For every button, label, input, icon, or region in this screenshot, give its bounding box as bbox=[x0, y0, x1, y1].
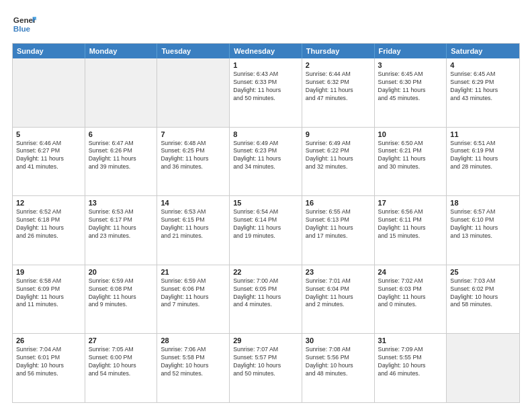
logo: General Blue bbox=[12, 12, 36, 36]
cell-info: Sunrise: 6:43 AM Sunset: 6:33 PM Dayligh… bbox=[233, 71, 298, 103]
weekday-header-friday: Friday bbox=[375, 44, 447, 58]
calendar-cell-5-3: 28Sunrise: 7:06 AM Sunset: 5:58 PM Dayli… bbox=[157, 334, 230, 402]
calendar-row-5: 26Sunrise: 7:04 AM Sunset: 6:01 PM Dayli… bbox=[13, 333, 519, 402]
day-number: 2 bbox=[306, 61, 371, 69]
calendar-cell-2-2: 6Sunrise: 6:47 AM Sunset: 6:26 PM Daylig… bbox=[85, 128, 158, 196]
cell-info: Sunrise: 7:04 AM Sunset: 6:01 PM Dayligh… bbox=[16, 346, 81, 378]
weekday-header-thursday: Thursday bbox=[302, 44, 375, 58]
calendar-cell-4-7: 25Sunrise: 7:03 AM Sunset: 6:02 PM Dayli… bbox=[447, 265, 519, 334]
day-number: 26 bbox=[16, 336, 81, 345]
day-number: 29 bbox=[233, 336, 298, 345]
header: General Blue bbox=[12, 12, 520, 36]
calendar-cell-2-4: 8Sunrise: 6:49 AM Sunset: 6:23 PM Daylig… bbox=[230, 128, 302, 196]
weekday-header-tuesday: Tuesday bbox=[157, 44, 230, 58]
cell-info: Sunrise: 7:09 AM Sunset: 5:55 PM Dayligh… bbox=[378, 346, 443, 378]
day-number: 16 bbox=[306, 199, 371, 207]
cell-info: Sunrise: 6:48 AM Sunset: 6:25 PM Dayligh… bbox=[161, 140, 226, 172]
calendar-cell-1-1 bbox=[13, 58, 85, 127]
calendar-row-4: 19Sunrise: 6:58 AM Sunset: 6:09 PM Dayli… bbox=[13, 265, 519, 334]
day-number: 19 bbox=[16, 268, 81, 276]
day-number: 14 bbox=[161, 199, 226, 207]
day-number: 17 bbox=[378, 199, 443, 207]
calendar-cell-1-5: 2Sunrise: 6:44 AM Sunset: 6:32 PM Daylig… bbox=[302, 58, 375, 127]
day-number: 15 bbox=[233, 199, 298, 207]
logo-icon: General Blue bbox=[12, 12, 36, 36]
calendar-cell-4-6: 24Sunrise: 7:02 AM Sunset: 6:03 PM Dayli… bbox=[375, 265, 447, 334]
calendar-cell-3-2: 13Sunrise: 6:53 AM Sunset: 6:17 PM Dayli… bbox=[85, 196, 158, 265]
calendar-cell-5-4: 29Sunrise: 7:07 AM Sunset: 5:57 PM Dayli… bbox=[230, 334, 302, 402]
cell-info: Sunrise: 7:05 AM Sunset: 6:00 PM Dayligh… bbox=[89, 346, 154, 378]
calendar-cell-5-7 bbox=[447, 334, 519, 402]
day-number: 11 bbox=[450, 130, 516, 138]
weekday-header-sunday: Sunday bbox=[13, 44, 85, 58]
svg-text:Blue: Blue bbox=[13, 24, 31, 33]
cell-info: Sunrise: 6:50 AM Sunset: 6:21 PM Dayligh… bbox=[378, 140, 443, 172]
cell-info: Sunrise: 6:46 AM Sunset: 6:27 PM Dayligh… bbox=[16, 140, 81, 172]
day-number: 27 bbox=[89, 336, 154, 345]
calendar-cell-1-3 bbox=[157, 58, 230, 127]
calendar-cell-3-7: 18Sunrise: 6:57 AM Sunset: 6:10 PM Dayli… bbox=[447, 196, 519, 265]
calendar-cell-3-1: 12Sunrise: 6:52 AM Sunset: 6:18 PM Dayli… bbox=[13, 196, 85, 265]
cell-info: Sunrise: 6:49 AM Sunset: 6:23 PM Dayligh… bbox=[233, 140, 298, 172]
day-number: 1 bbox=[233, 61, 298, 69]
cell-info: Sunrise: 6:47 AM Sunset: 6:26 PM Dayligh… bbox=[89, 140, 154, 172]
day-number: 22 bbox=[233, 268, 298, 276]
day-number: 8 bbox=[233, 130, 298, 138]
cell-info: Sunrise: 6:53 AM Sunset: 6:15 PM Dayligh… bbox=[161, 208, 226, 240]
page: General Blue SundayMondayTuesdayWednesda… bbox=[0, 0, 532, 411]
calendar-cell-3-4: 15Sunrise: 6:54 AM Sunset: 6:14 PM Dayli… bbox=[230, 196, 302, 265]
calendar-cell-2-6: 10Sunrise: 6:50 AM Sunset: 6:21 PM Dayli… bbox=[375, 128, 447, 196]
calendar-cell-1-7: 4Sunrise: 6:45 AM Sunset: 6:29 PM Daylig… bbox=[447, 58, 519, 127]
day-number: 18 bbox=[450, 199, 516, 207]
day-number: 31 bbox=[378, 336, 443, 345]
calendar-body: 1Sunrise: 6:43 AM Sunset: 6:33 PM Daylig… bbox=[13, 58, 519, 402]
cell-info: Sunrise: 6:53 AM Sunset: 6:17 PM Dayligh… bbox=[89, 208, 154, 240]
cell-info: Sunrise: 7:06 AM Sunset: 5:58 PM Dayligh… bbox=[161, 346, 226, 378]
day-number: 21 bbox=[161, 268, 226, 276]
weekday-header-wednesday: Wednesday bbox=[230, 44, 302, 58]
cell-info: Sunrise: 7:03 AM Sunset: 6:02 PM Dayligh… bbox=[450, 277, 516, 310]
calendar-row-2: 5Sunrise: 6:46 AM Sunset: 6:27 PM Daylig… bbox=[13, 127, 519, 196]
day-number: 5 bbox=[16, 130, 81, 138]
calendar-cell-5-5: 30Sunrise: 7:08 AM Sunset: 5:56 PM Dayli… bbox=[302, 334, 375, 402]
day-number: 10 bbox=[378, 130, 443, 138]
cell-info: Sunrise: 6:59 AM Sunset: 6:08 PM Dayligh… bbox=[89, 277, 154, 310]
calendar-cell-5-2: 27Sunrise: 7:05 AM Sunset: 6:00 PM Dayli… bbox=[85, 334, 158, 402]
day-number: 9 bbox=[306, 130, 371, 138]
calendar-cell-4-3: 21Sunrise: 6:59 AM Sunset: 6:06 PM Dayli… bbox=[157, 265, 230, 334]
calendar-cell-3-3: 14Sunrise: 6:53 AM Sunset: 6:15 PM Dayli… bbox=[157, 196, 230, 265]
day-number: 28 bbox=[161, 336, 226, 345]
day-number: 30 bbox=[306, 336, 371, 345]
cell-info: Sunrise: 6:44 AM Sunset: 6:32 PM Dayligh… bbox=[306, 71, 371, 103]
cell-info: Sunrise: 6:57 AM Sunset: 6:10 PM Dayligh… bbox=[450, 208, 516, 240]
calendar-cell-2-5: 9Sunrise: 6:49 AM Sunset: 6:22 PM Daylig… bbox=[302, 128, 375, 196]
day-number: 4 bbox=[450, 61, 516, 69]
day-number: 20 bbox=[89, 268, 154, 276]
day-number: 12 bbox=[16, 199, 81, 207]
calendar-cell-2-7: 11Sunrise: 6:51 AM Sunset: 6:19 PM Dayli… bbox=[447, 128, 519, 196]
calendar-cell-4-1: 19Sunrise: 6:58 AM Sunset: 6:09 PM Dayli… bbox=[13, 265, 85, 334]
cell-info: Sunrise: 6:45 AM Sunset: 6:29 PM Dayligh… bbox=[450, 71, 516, 103]
calendar-cell-4-2: 20Sunrise: 6:59 AM Sunset: 6:08 PM Dayli… bbox=[85, 265, 158, 334]
cell-info: Sunrise: 6:51 AM Sunset: 6:19 PM Dayligh… bbox=[450, 140, 516, 172]
day-number: 23 bbox=[306, 268, 371, 276]
calendar-cell-1-6: 3Sunrise: 6:45 AM Sunset: 6:30 PM Daylig… bbox=[375, 58, 447, 127]
cell-info: Sunrise: 6:45 AM Sunset: 6:30 PM Dayligh… bbox=[378, 71, 443, 103]
calendar-cell-4-4: 22Sunrise: 7:00 AM Sunset: 6:05 PM Dayli… bbox=[230, 265, 302, 334]
day-number: 3 bbox=[378, 61, 443, 69]
cell-info: Sunrise: 6:54 AM Sunset: 6:14 PM Dayligh… bbox=[233, 208, 298, 240]
calendar-cell-5-6: 31Sunrise: 7:09 AM Sunset: 5:55 PM Dayli… bbox=[375, 334, 447, 402]
cell-info: Sunrise: 7:01 AM Sunset: 6:04 PM Dayligh… bbox=[306, 277, 371, 310]
day-number: 24 bbox=[378, 268, 443, 276]
calendar-row-3: 12Sunrise: 6:52 AM Sunset: 6:18 PM Dayli… bbox=[13, 195, 519, 265]
calendar-cell-1-4: 1Sunrise: 6:43 AM Sunset: 6:33 PM Daylig… bbox=[230, 58, 302, 127]
cell-info: Sunrise: 6:52 AM Sunset: 6:18 PM Dayligh… bbox=[16, 208, 81, 240]
calendar-cell-2-1: 5Sunrise: 6:46 AM Sunset: 6:27 PM Daylig… bbox=[13, 128, 85, 196]
calendar-cell-4-5: 23Sunrise: 7:01 AM Sunset: 6:04 PM Dayli… bbox=[302, 265, 375, 334]
cell-info: Sunrise: 7:02 AM Sunset: 6:03 PM Dayligh… bbox=[378, 277, 443, 310]
day-number: 6 bbox=[89, 130, 154, 138]
cell-info: Sunrise: 6:55 AM Sunset: 6:13 PM Dayligh… bbox=[306, 208, 371, 240]
day-number: 25 bbox=[450, 268, 516, 276]
calendar-row-1: 1Sunrise: 6:43 AM Sunset: 6:33 PM Daylig… bbox=[13, 58, 519, 127]
cell-info: Sunrise: 7:07 AM Sunset: 5:57 PM Dayligh… bbox=[233, 346, 298, 378]
